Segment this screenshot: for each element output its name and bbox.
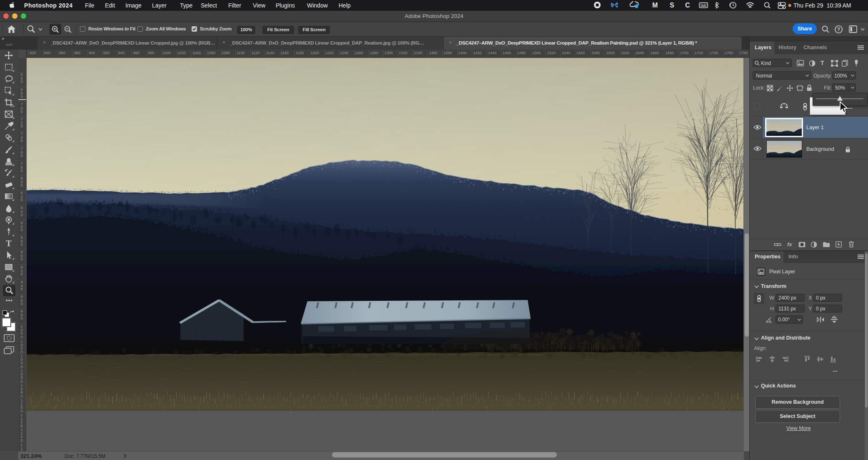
svg-text:?: ?	[837, 27, 840, 32]
svg-text:C: C	[685, 2, 690, 9]
svg-text:M: M	[652, 2, 658, 9]
svg-text:T: T	[6, 239, 12, 248]
svg-text:S: S	[670, 2, 674, 9]
